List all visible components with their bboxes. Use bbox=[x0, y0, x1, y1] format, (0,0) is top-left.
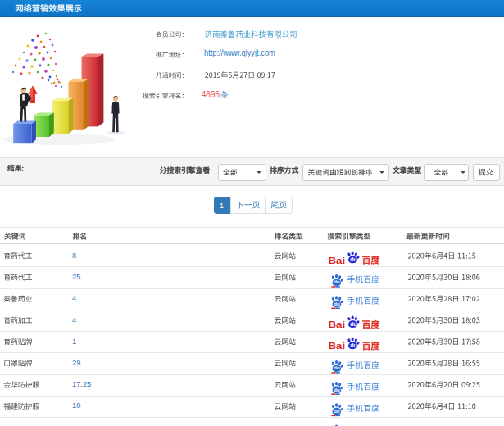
svg-text:Bai: Bai bbox=[329, 255, 346, 265]
svg-text:Bai: Bai bbox=[329, 320, 346, 330]
svg-text:du: du bbox=[334, 387, 340, 392]
svg-text:du: du bbox=[350, 342, 356, 348]
svg-text:du: du bbox=[350, 256, 356, 262]
svg-text:du: du bbox=[350, 321, 356, 327]
svg-text:du: du bbox=[334, 301, 340, 306]
svg-text:du: du bbox=[334, 279, 340, 284]
svg-text:du: du bbox=[334, 365, 340, 370]
svg-text:Bai: Bai bbox=[329, 341, 346, 351]
svg-text:du: du bbox=[334, 409, 340, 414]
